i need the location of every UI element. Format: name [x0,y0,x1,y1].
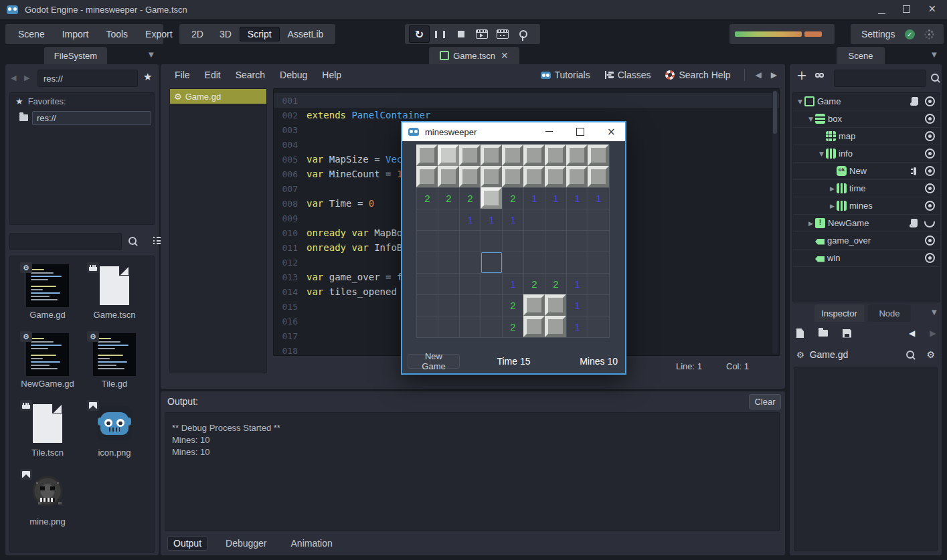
ms-cell-r4c3[interactable] [481,231,503,252]
ms-cell-r0c8[interactable] [588,145,610,167]
ms-cell-r0c7[interactable] [567,145,588,167]
tree-expand-icon[interactable]: ▶ [806,220,815,227]
covered-tile[interactable] [502,145,523,166]
code-line[interactable]: 002extends PanelContainer [274,108,779,122]
script-history-back-icon[interactable]: ◀ [756,70,762,80]
ms-cell-r5c2[interactable] [460,252,481,274]
visibility-eye-icon[interactable] [925,96,935,106]
covered-tile[interactable] [523,145,545,166]
script-menu-help[interactable]: Help [315,70,349,80]
ms-cell-r4c2[interactable] [460,231,481,252]
bottom-tab-animation[interactable]: Animation [285,536,339,551]
ms-cell-r1c7[interactable] [567,167,588,188]
covered-tile[interactable] [459,145,481,166]
ms-cell-r1c2[interactable] [460,167,481,188]
workspace-tab-assetlib[interactable]: AssetLib [280,27,332,41]
help-search[interactable]: Search Help [665,70,730,80]
minesweeper-titlebar[interactable]: minesweeper × [402,122,625,141]
ms-cell-r2c5[interactable]: 1 [524,188,545,209]
tab-filesystem[interactable]: FileSystem [44,47,107,64]
scene-node-game[interactable]: ▼Game [793,93,940,110]
play-custom-scene-button[interactable] [492,25,513,43]
inspector-back-icon[interactable]: ◀ [909,329,915,338]
ms-cell-r8c5[interactable] [524,316,545,338]
scene-node-new[interactable]: New [793,163,940,180]
ms-cell-r7c1[interactable] [438,295,460,316]
covered-tile[interactable] [545,294,566,316]
pause-button[interactable] [430,25,450,43]
load-resource-icon[interactable] [819,330,828,337]
ms-cell-r8c1[interactable] [438,316,460,338]
script-menu-debug[interactable]: Debug [272,70,315,80]
ms-cell-r4c1[interactable] [438,231,460,252]
ms-cell-r7c0[interactable] [417,295,438,316]
help-classes[interactable]: Classes [605,70,651,80]
menu-export[interactable]: Export [137,29,181,39]
minesweeper-window[interactable]: minesweeper × 2222111111112212121 New Ga… [401,121,626,375]
ms-cell-r8c8[interactable] [588,316,610,338]
fs-forward-icon[interactable]: ▶ [24,74,29,82]
help-tutorials[interactable]: Tutorials [541,70,590,80]
ms-cell-r2c8[interactable]: 1 [588,188,610,209]
minesweeper-close-button[interactable]: × [607,126,616,138]
favorite-item-res[interactable]: res:// [10,109,154,126]
covered-tile[interactable] [545,166,566,187]
ms-cell-r0c4[interactable] [503,145,524,167]
ms-cell-r8c2[interactable] [460,316,481,338]
covered-tile[interactable] [438,166,459,187]
window-close-button[interactable]: × [928,5,936,14]
covered-tile[interactable] [566,166,588,187]
window-minimize-button[interactable] [878,13,885,14]
ms-cell-r2c1[interactable]: 2 [438,188,460,209]
ms-cell-r6c7[interactable]: 1 [567,274,588,295]
ms-cell-r1c5[interactable] [524,167,545,188]
visibility-eye-icon[interactable] [925,131,935,141]
fs-back-icon[interactable]: ◀ [11,74,16,82]
covered-tile[interactable] [459,166,481,187]
ms-cell-r3c2[interactable]: 1 [460,209,481,231]
visibility-hidden-icon[interactable] [924,221,935,227]
ms-cell-r8c0[interactable] [417,316,438,338]
covered-tile[interactable] [545,316,566,337]
ms-cell-r3c5[interactable] [524,209,545,231]
ms-cell-r5c0[interactable] [417,252,438,274]
script-menu-search[interactable]: Search [228,70,272,80]
ms-cell-r2c3[interactable] [481,188,503,209]
minesweeper-minimize-button[interactable] [545,131,553,132]
visibility-eye-icon[interactable] [925,114,935,124]
ms-cell-r8c7[interactable]: 1 [567,316,588,338]
clear-button[interactable]: Clear [749,394,781,409]
settings-button[interactable]: Settings [861,29,895,39]
ms-cell-r6c5[interactable]: 2 [524,274,545,295]
file-item-mine-png[interactable]: mine.png [14,471,81,527]
menu-scene[interactable]: Scene [9,29,54,39]
covered-tile[interactable] [438,145,459,166]
fs-search-icon[interactable] [128,237,137,245]
covered-tile[interactable] [588,145,609,166]
scene-node-box[interactable]: ▼box [793,110,940,128]
covered-tile[interactable] [523,316,545,337]
inspector-tools-icon[interactable]: ⚙ [926,349,935,360]
ms-cell-r4c0[interactable] [417,231,438,252]
scene-filter-input[interactable] [834,70,926,87]
visibility-eye-icon[interactable] [925,253,935,263]
menu-tools[interactable]: Tools [97,29,137,39]
visibility-eye-icon[interactable] [925,149,935,159]
ms-cell-r4c8[interactable] [588,231,610,252]
play-scene-button[interactable] [471,25,492,43]
scene-node-map[interactable]: map [793,128,940,145]
menu-import[interactable]: Import [54,29,98,39]
scene-tab-close-icon[interactable]: ✕ [501,50,509,61]
tab-node[interactable]: Node [868,304,911,322]
tab-scene-game-tscn[interactable]: Game.tscn ✕ [429,47,519,64]
ms-cell-r3c8[interactable] [588,209,610,231]
ms-cell-r6c8[interactable] [588,274,610,295]
scene-node-info[interactable]: ▼info [793,145,940,163]
visibility-eye-icon[interactable] [925,166,935,176]
play-restart-button[interactable]: ↻ [409,25,430,43]
ms-cell-r1c6[interactable] [545,167,567,188]
ms-cell-r5c7[interactable] [567,252,588,274]
ms-cell-r3c6[interactable] [545,209,567,231]
ms-cell-r6c2[interactable] [460,274,481,295]
minesweeper-maximize-button[interactable] [576,128,584,136]
